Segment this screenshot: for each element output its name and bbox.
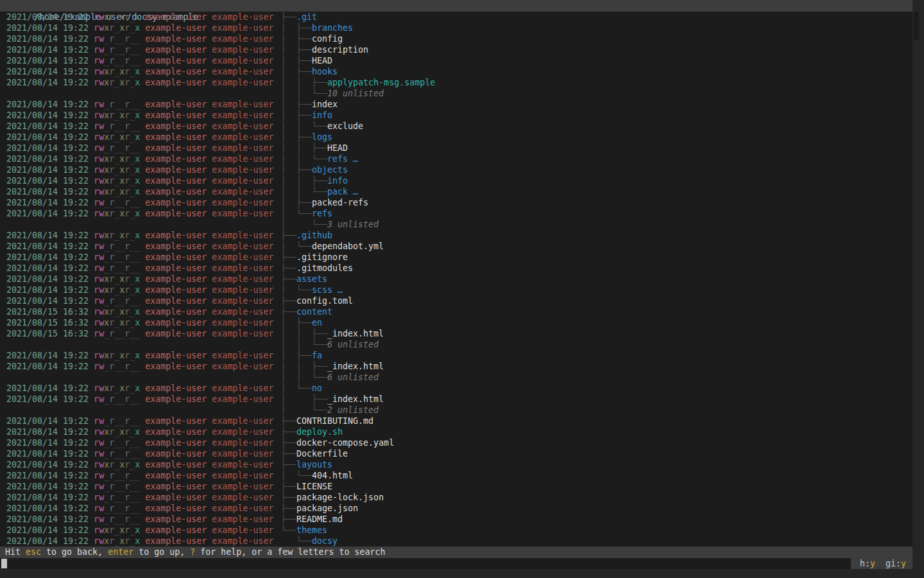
tree-entry-name[interactable]: scss: [312, 285, 332, 295]
file-row[interactable]: 2021/08/14 19:22 rw_r__r__ example-user …: [0, 44, 912, 55]
tree-entry-name[interactable]: config: [312, 34, 343, 44]
file-row[interactable]: 2021/08/14 19:22 rwxr_xr_x example-user …: [0, 110, 912, 121]
file-row[interactable]: 2021/08/14 19:22 rw_r__r__ example-user …: [0, 99, 912, 110]
file-row[interactable]: 2021/08/14 19:22 rwxr_xr_x example-user …: [0, 77, 912, 88]
file-row[interactable]: 2021/08/14 19:22 rwxr_xr_x example-user …: [0, 383, 912, 394]
file-row[interactable]: 2021/08/14 19:22 rw_r__r__ example-user …: [0, 252, 912, 263]
file-row[interactable]: 2021/08/14 19:22 rwxr_xr_x example-user …: [0, 459, 912, 470]
file-row[interactable]: 2021/08/14 19:22 rw_r__r__ example-user …: [0, 416, 912, 426]
file-row[interactable]: 2021/08/14 19:22 rwxr_xr_x example-user …: [0, 230, 912, 241]
tree-entry-name[interactable]: config.toml: [296, 296, 353, 306]
tree-entry-name[interactable]: hooks: [312, 67, 338, 76]
tree-entry-name[interactable]: themes: [296, 525, 327, 535]
file-row[interactable]: 2021/08/14 19:22 rwxr_xr_x example-user …: [0, 153, 912, 164]
permissions: rw_r__r__: [94, 514, 140, 524]
permissions: rw_r__r__: [94, 362, 140, 371]
file-row[interactable]: 2021/08/14 19:22 rw_r__r__ example-user …: [0, 448, 912, 459]
tree-entry-name[interactable]: info: [327, 176, 348, 186]
tree-entry-name[interactable]: packed-refs: [312, 198, 368, 207]
file-row[interactable]: │ └──3 unlisted: [0, 219, 912, 230]
tree-entry-name[interactable]: no: [312, 383, 322, 393]
tree-entry-name[interactable]: package-lock.json: [296, 493, 384, 502]
tree-entry-name[interactable]: .gitignore: [296, 252, 348, 262]
file-row[interactable]: 2021/08/14 19:22 rwxr_xr_x example-user …: [0, 164, 912, 175]
tree-entry-name[interactable]: _index.html: [327, 394, 384, 404]
file-row[interactable]: 2021/08/14 19:22 rwxr_xr_x example-user …: [0, 175, 912, 186]
tree-entry-name[interactable]: docsy: [312, 536, 338, 546]
file-row[interactable]: │ │ └──10 unlisted: [0, 88, 912, 99]
tree-entry-name[interactable]: objects: [312, 165, 348, 175]
file-row[interactable]: 2021/08/14 19:22 rw_r__r__ example-user …: [0, 241, 912, 252]
file-row[interactable]: 2021/08/14 19:22 rwxr_xr_x example-user …: [0, 208, 912, 219]
tree-entry-name[interactable]: applypatch-msg.sample: [327, 78, 435, 87]
file-row[interactable]: 2021/08/14 19:22 rw_r__r__ example-user …: [0, 143, 912, 153]
file-row[interactable]: 2021/08/15 16:32 rwxr_xr_x example-user …: [0, 306, 912, 317]
file-row[interactable]: 2021/08/14 19:22 rw_r__r__ example-user …: [0, 295, 912, 306]
file-row[interactable]: 2021/08/14 19:22 rw_r__r__ example-user …: [0, 514, 912, 525]
tree-entry-name[interactable]: Dockerfile: [296, 449, 348, 459]
file-row[interactable]: 2021/08/14 19:22 rw_r__r__ example-user …: [0, 437, 912, 448]
file-row[interactable]: 2021/08/14 19:22 rw_r__r__ example-user …: [0, 470, 912, 481]
status-text: to go up,: [133, 547, 190, 557]
tree-entry-name[interactable]: docker-compose.yaml: [296, 438, 394, 448]
tree-entry-name[interactable]: .github: [296, 231, 332, 240]
file-row[interactable]: │ │ └──6 unlisted: [0, 372, 912, 383]
file-row[interactable]: │ │ └──6 unlisted: [0, 339, 912, 350]
tree-entry-name[interactable]: package.json: [296, 504, 358, 513]
tree-entry-name[interactable]: _index.html: [327, 362, 384, 371]
file-row[interactable]: 2021/08/14 19:22 rw_r__r__ example-user …: [0, 121, 912, 132]
tree-entry-name[interactable]: description: [312, 45, 368, 55]
tree-entry-name[interactable]: CONTRIBUTING.md: [296, 416, 373, 426]
file-row[interactable]: 2021/08/14 19:22 rwxr_xr_x example-user …: [0, 350, 912, 361]
file-row[interactable]: 2021/08/15 16:32 rw_r__r__ example-user …: [0, 328, 912, 339]
file-row[interactable]: 2021/08/14 19:22 rwxr_xr_x example-user …: [0, 186, 912, 197]
tree-entry-name[interactable]: 404.html: [312, 471, 353, 480]
file-row[interactable]: 2021/08/14 19:22 rwxr_xr_x example-user …: [0, 285, 912, 295]
tree-entry-name[interactable]: layouts: [296, 460, 332, 469]
tree-entry-name[interactable]: assets: [296, 274, 327, 284]
tree-entry-name[interactable]: content: [296, 307, 332, 317]
file-row[interactable]: 2021/08/14 19:22 rw_r__r__ example-user …: [0, 361, 912, 372]
file-row[interactable]: 2021/08/14 19:22 rwxr_xr_x example-user …: [0, 22, 912, 33]
file-row[interactable]: 2021/08/14 19:22 rw_r__r__ example-user …: [0, 197, 912, 208]
owner-user: example-user: [145, 274, 207, 284]
tree-entry-name[interactable]: .git: [296, 12, 317, 22]
tree-entry-name[interactable]: README.md: [296, 514, 343, 524]
tree-entry-name[interactable]: LICENSE: [296, 482, 332, 491]
search-input[interactable]: h:y gi:y: [0, 558, 912, 569]
tree-entry-name[interactable]: .gitmodules: [296, 263, 353, 273]
tree-entry-name[interactable]: refs: [312, 209, 332, 218]
file-row[interactable]: 2021/08/14 19:22 rw_r__r__ example-user …: [0, 55, 912, 66]
scrollbar[interactable]: [912, 0, 924, 578]
tree-entry-name[interactable]: HEAD: [327, 143, 348, 153]
tree-entry-name[interactable]: fa: [312, 351, 322, 360]
tree-entry-name[interactable]: logs: [312, 132, 332, 142]
file-row[interactable]: 2021/08/14 19:22 rw_r__r__ example-user …: [0, 263, 912, 274]
tree-entry-name[interactable]: en: [312, 318, 322, 328]
tree-entry-name[interactable]: index: [312, 100, 338, 109]
file-row[interactable]: 2021/08/14 19:22 rw_r__r__ example-user …: [0, 503, 912, 514]
tree-entry-name[interactable]: dependabot.yml: [312, 241, 384, 251]
scrollbar-thumb[interactable]: [914, 12, 919, 40]
file-row[interactable]: 2021/08/14 19:22 rw_r__r__ example-user …: [0, 394, 912, 405]
file-row[interactable]: 2021/08/14 19:22 rwxr_xr_x example-user …: [0, 426, 912, 437]
file-row[interactable]: 2021/08/14 19:22 rw_r__r__ example-user …: [0, 33, 912, 44]
file-row[interactable]: 2021/08/14 19:22 rw_r__r__ example-user …: [0, 481, 912, 492]
file-row[interactable]: 2021/08/14 19:22 rwxr_xr_x example-user …: [0, 525, 912, 536]
tree-entry-name[interactable]: branches: [312, 23, 353, 33]
tree-entry-name[interactable]: deploy.sh: [296, 427, 343, 437]
tree-entry-name[interactable]: exclude: [327, 121, 363, 131]
tree-entry-name[interactable]: HEAD: [312, 56, 332, 66]
file-row[interactable]: 2021/08/14 19:22 rw_r__r__ example-user …: [0, 492, 912, 503]
tree-entry-name[interactable]: refs: [327, 154, 348, 164]
file-row[interactable]: 2021/08/14 19:22 rwxr_xr_x example-user …: [0, 12, 912, 22]
file-row[interactable]: 2021/08/14 19:22 rwxr_xr_x example-user …: [0, 132, 912, 143]
file-row[interactable]: 2021/08/14 19:22 rwxr_xr_x example-user …: [0, 536, 912, 547]
file-row[interactable]: │ └──2 unlisted: [0, 405, 912, 416]
file-row[interactable]: 2021/08/14 19:22 rwxr_xr_x example-user …: [0, 274, 912, 285]
file-row[interactable]: 2021/08/14 19:22 rwxr_xr_x example-user …: [0, 66, 912, 77]
tree-entry-name[interactable]: info: [312, 110, 332, 120]
tree-entry-name[interactable]: _index.html: [327, 329, 384, 338]
tree-entry-name[interactable]: pack: [327, 187, 348, 197]
file-row[interactable]: 2021/08/15 16:32 rwxr_xr_x example-user …: [0, 317, 912, 328]
